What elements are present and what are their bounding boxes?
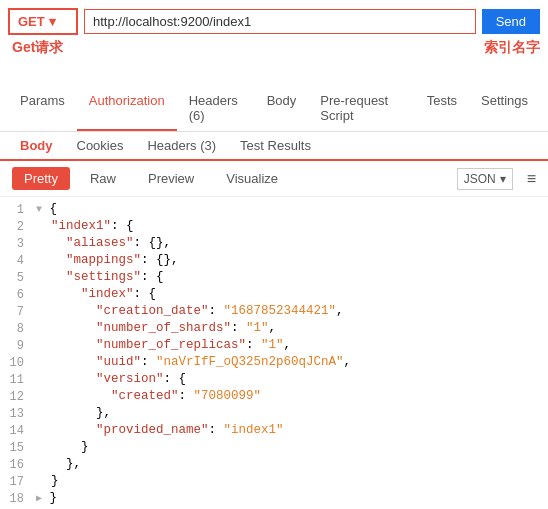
line-content: "aliases": {},: [36, 236, 548, 250]
line-number: 9: [0, 338, 36, 353]
tab-cookies[interactable]: Cookies: [65, 132, 136, 159]
tab-settings[interactable]: Settings: [469, 87, 540, 131]
line-content: "mappings": {},: [36, 253, 548, 267]
table-row: 15 }: [0, 439, 548, 456]
table-row: 11 "version": {: [0, 371, 548, 388]
table-row: 14 "provided_name": "index1": [0, 422, 548, 439]
line-content: "version": {: [36, 372, 548, 386]
annotation-index: 索引名字: [484, 39, 540, 57]
json-label: JSON: [464, 172, 496, 186]
line-number: 12: [0, 389, 36, 404]
line-content: "provided_name": "index1": [36, 423, 548, 437]
line-content: ▶ }: [36, 491, 548, 505]
table-row: 13 },: [0, 405, 548, 422]
line-number: 2: [0, 219, 36, 234]
line-number: 17: [0, 474, 36, 489]
format-bar: Pretty Raw Preview Visualize JSON ▾ ≡: [0, 161, 548, 197]
tab-response-body[interactable]: Body: [8, 132, 65, 161]
json-dropdown-icon: ▾: [500, 172, 506, 186]
table-row: 9 "number_of_replicas": "1",: [0, 337, 548, 354]
line-content: "uuid": "naVrIfF_oQ325n2p60qJCnA",: [36, 355, 548, 369]
format-visualize[interactable]: Visualize: [214, 167, 290, 190]
tab-response-headers[interactable]: Headers (3): [135, 132, 228, 159]
format-raw[interactable]: Raw: [78, 167, 128, 190]
line-number: 3: [0, 236, 36, 251]
table-row: 1▼ {: [0, 201, 548, 218]
line-content: "creation_date": "1687852344421",: [36, 304, 548, 318]
send-button[interactable]: Send: [482, 9, 540, 34]
format-preview[interactable]: Preview: [136, 167, 206, 190]
url-input[interactable]: [84, 9, 476, 34]
line-number: 14: [0, 423, 36, 438]
table-row: 4 "mappings": {},: [0, 252, 548, 269]
line-number: 16: [0, 457, 36, 472]
table-row: 10 "uuid": "naVrIfF_oQ325n2p60qJCnA",: [0, 354, 548, 371]
format-pretty[interactable]: Pretty: [12, 167, 70, 190]
method-label: GET: [18, 14, 45, 29]
line-number: 1: [0, 202, 36, 217]
request-tabs: Params Authorization Headers (6) Body Pr…: [0, 87, 548, 132]
line-number: 10: [0, 355, 36, 370]
table-row: 2 "index1": {: [0, 218, 548, 235]
table-row: 12 "created": "7080099": [0, 388, 548, 405]
tab-body[interactable]: Body: [255, 87, 309, 131]
tab-test-results[interactable]: Test Results: [228, 132, 323, 159]
line-content: }: [36, 440, 548, 454]
table-row: 8 "number_of_shards": "1",: [0, 320, 548, 337]
line-content: }: [36, 474, 548, 488]
table-row: 7 "creation_date": "1687852344421",: [0, 303, 548, 320]
tab-headers[interactable]: Headers (6): [177, 87, 255, 131]
line-number: 11: [0, 372, 36, 387]
line-content: "created": "7080099": [36, 389, 548, 403]
json-response-body: 1▼ {2 "index1": {3 "aliases": {},4 "mapp…: [0, 197, 548, 509]
line-content: "number_of_shards": "1",: [36, 321, 548, 335]
line-content: ▼ {: [36, 202, 548, 216]
method-dropdown-icon: ▾: [49, 14, 56, 29]
json-format-select[interactable]: JSON ▾: [457, 168, 513, 190]
tab-tests[interactable]: Tests: [415, 87, 469, 131]
line-number: 18: [0, 491, 36, 506]
line-number: 13: [0, 406, 36, 421]
line-number: 5: [0, 270, 36, 285]
wrap-icon[interactable]: ≡: [527, 170, 536, 188]
method-select[interactable]: GET ▾: [8, 8, 78, 35]
table-row: 6 "index": {: [0, 286, 548, 303]
line-number: 8: [0, 321, 36, 336]
line-content: "number_of_replicas": "1",: [36, 338, 548, 352]
annotation-get: Get请求: [12, 39, 63, 55]
line-content: "index": {: [36, 287, 548, 301]
table-row: 3 "aliases": {},: [0, 235, 548, 252]
line-content: },: [36, 457, 548, 471]
line-content: "settings": {: [36, 270, 548, 284]
tab-params[interactable]: Params: [8, 87, 77, 131]
response-tabs: Body Cookies Headers (3) Test Results: [0, 132, 548, 161]
tab-pre-request[interactable]: Pre-request Script: [308, 87, 414, 131]
table-row: 17 }: [0, 473, 548, 490]
line-number: 6: [0, 287, 36, 302]
line-number: 4: [0, 253, 36, 268]
table-row: 5 "settings": {: [0, 269, 548, 286]
line-number: 15: [0, 440, 36, 455]
table-row: 16 },: [0, 456, 548, 473]
line-content: },: [36, 406, 548, 420]
table-row: 18▶ }: [0, 490, 548, 507]
line-number: 7: [0, 304, 36, 319]
line-content: "index1": {: [36, 219, 548, 233]
tab-authorization[interactable]: Authorization: [77, 87, 177, 131]
